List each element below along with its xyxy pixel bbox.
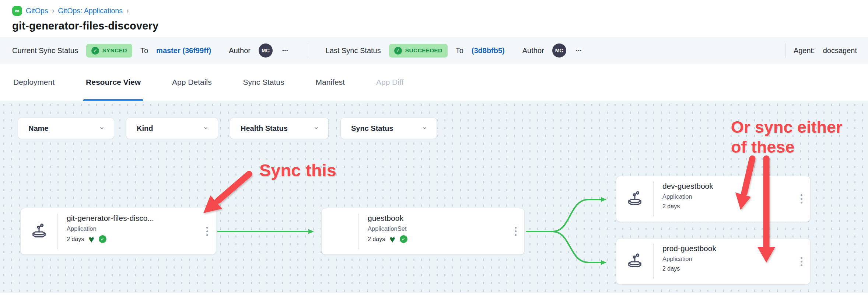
agent-label: Agent:: [794, 46, 815, 55]
node-menu-kebab-icon[interactable]: [792, 176, 810, 222]
check-circle-icon: ✓: [394, 47, 402, 55]
node-age: 2 days: [368, 236, 385, 243]
node-age: 2 days: [67, 236, 84, 243]
annotation-line: Or sync either: [731, 117, 843, 137]
node-meta: 2 days ♥ ✓: [67, 235, 198, 243]
last-to-label: To: [456, 46, 463, 55]
resource-graph-canvas: Name ⌄ Kind ⌄ Health Status ⌄ Sync Statu…: [0, 101, 868, 293]
filter-bar: Name ⌄ Kind ⌄ Health Status ⌄ Sync Statu…: [18, 118, 437, 139]
chevron-down-icon: ⌄: [202, 122, 209, 131]
chevron-down-icon: ⌄: [98, 122, 105, 131]
annotation-or-sync-either: Or sync either of these: [731, 117, 843, 157]
tab-app-diff: App Diff: [375, 64, 405, 101]
last-sync-target-link[interactable]: (3d8bfb5): [472, 46, 505, 55]
last-sync-status-label: Last Sync Status: [326, 46, 381, 55]
current-more-actions-button[interactable]: •••: [281, 46, 290, 55]
filter-label: Name: [28, 124, 48, 133]
filter-dropdown-health-status[interactable]: Health Status ⌄: [230, 118, 329, 139]
health-heart-icon: ♥: [389, 236, 395, 243]
filter-dropdown-name[interactable]: Name ⌄: [18, 118, 114, 139]
node-body: dev-guestbook Application 2 days: [654, 176, 792, 222]
node-icon-zone: [616, 176, 653, 222]
last-more-actions-button[interactable]: •••: [574, 46, 584, 55]
argo-application-icon: [626, 253, 643, 270]
graph-node-dev-guestbook[interactable]: dev-guestbook Application 2 days: [616, 176, 811, 222]
node-menu-kebab-icon[interactable]: [792, 239, 810, 284]
node-title: git-generator-files-disco...: [67, 214, 198, 223]
node-kind: Application: [67, 225, 198, 232]
breadcrumb-chevron-icon: ›: [52, 6, 55, 15]
filter-dropdown-sync-status[interactable]: Sync Status ⌄: [340, 118, 437, 139]
node-body: prod-guestbook Application 2 days: [654, 239, 792, 284]
argo-application-icon: [626, 191, 643, 208]
node-icon-zone: [322, 208, 358, 254]
sync-check-icon: ✓: [400, 235, 407, 243]
node-age: 2 days: [662, 203, 680, 210]
breadcrumb-link-gitops[interactable]: GitOps: [26, 7, 48, 15]
node-title: prod-guestbook: [662, 244, 792, 253]
node-meta: 2 days: [662, 265, 792, 272]
page-title: git-generator-files-discovery: [12, 20, 856, 32]
last-author-avatar[interactable]: MC: [552, 44, 566, 58]
argo-application-icon: [31, 223, 48, 240]
sync-check-icon: ✓: [99, 235, 106, 243]
node-age: 2 days: [662, 265, 680, 272]
current-to-label: To: [140, 46, 148, 55]
current-sync-status-badge: ✓ SYNCED: [86, 44, 132, 58]
node-kind: Application: [662, 255, 792, 262]
check-circle-icon: ✓: [91, 47, 99, 55]
tab-app-details[interactable]: App Details: [171, 64, 213, 101]
chevron-down-icon: ⌄: [313, 122, 319, 131]
node-meta: 2 days: [662, 203, 792, 210]
breadcrumb-chevron-icon: ›: [126, 6, 129, 15]
filter-label: Sync Status: [351, 124, 393, 133]
badge-label: SUCCEEDED: [405, 47, 442, 54]
node-title: guestbook: [368, 214, 507, 223]
tab-manifest[interactable]: Manifest: [315, 64, 346, 101]
node-body: git-generator-files-disco... Application…: [58, 208, 198, 254]
node-title: dev-guestbook: [662, 182, 792, 191]
last-author-label: Author: [522, 46, 544, 55]
annotation-sync-this: Sync this: [259, 160, 336, 180]
node-icon-zone: [616, 239, 653, 284]
current-sync-status-label: Current Sync Status: [12, 46, 78, 55]
tab-deployment[interactable]: Deployment: [12, 64, 56, 101]
graph-node-prod-guestbook[interactable]: prod-guestbook Application 2 days: [616, 238, 811, 285]
health-heart-icon: ♥: [88, 236, 94, 243]
divider: [308, 43, 308, 58]
agent-group: Agent: docsagent: [785, 43, 857, 58]
agent-value: docsagent: [823, 46, 857, 55]
filter-label: Health Status: [241, 124, 288, 133]
graph-node-git-generator-files-discovery[interactable]: git-generator-files-disco... Application…: [20, 208, 216, 255]
current-author-label: Author: [229, 46, 251, 55]
tab-resource-view[interactable]: Resource View: [85, 64, 142, 101]
node-menu-kebab-icon[interactable]: [507, 208, 524, 254]
node-kind: Application: [662, 193, 792, 200]
page-header: ∞ GitOps › GitOps: Applications › git-ge…: [0, 0, 868, 37]
badge-label: SYNCED: [102, 47, 127, 54]
breadcrumb-link-applications[interactable]: GitOps: Applications: [58, 7, 123, 15]
last-sync-status-badge: ✓ SUCCEEDED: [389, 44, 448, 58]
node-icon-zone: [21, 208, 57, 254]
breadcrumb: ∞ GitOps › GitOps: Applications ›: [12, 6, 856, 16]
annotation-line: of these: [731, 137, 843, 157]
divider: [785, 43, 785, 58]
filter-dropdown-kind[interactable]: Kind ⌄: [126, 118, 218, 139]
node-meta: 2 days ♥ ✓: [368, 235, 507, 243]
tab-sync-status[interactable]: Sync Status: [242, 64, 285, 101]
node-menu-kebab-icon[interactable]: [198, 208, 216, 254]
graph-node-guestbook-appset[interactable]: guestbook ApplicationSet 2 days ♥ ✓: [321, 208, 525, 255]
chevron-down-icon: ⌄: [421, 122, 428, 131]
node-kind: ApplicationSet: [368, 225, 507, 232]
current-sync-target-link[interactable]: master (36f99ff): [156, 46, 211, 55]
gitops-logo-icon: ∞: [12, 6, 22, 16]
filter-label: Kind: [137, 124, 153, 133]
node-body: guestbook ApplicationSet 2 days ♥ ✓: [359, 208, 507, 254]
sync-status-bar: Current Sync Status ✓ SYNCED To master (…: [0, 37, 868, 64]
current-author-avatar[interactable]: MC: [259, 44, 273, 58]
tab-bar: Deployment Resource View App Details Syn…: [0, 64, 868, 101]
